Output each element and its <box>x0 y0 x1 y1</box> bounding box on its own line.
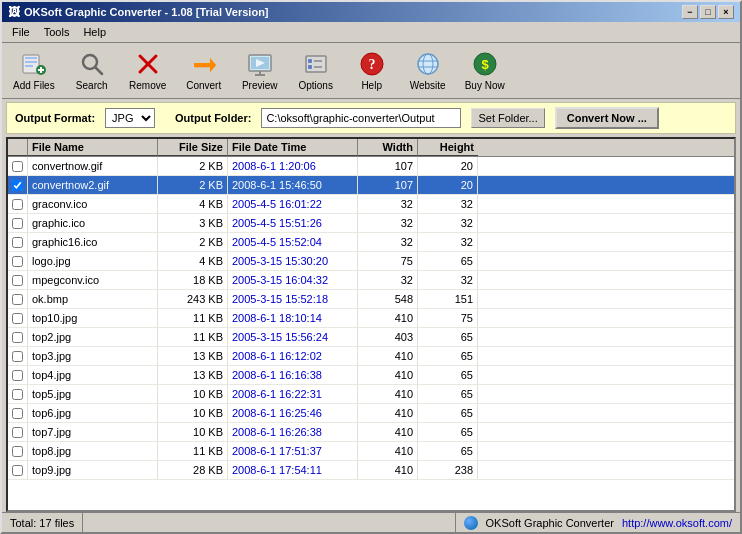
file-width-cell: 32 <box>358 214 418 232</box>
add-files-button[interactable]: Add Files <box>8 47 60 94</box>
file-date-cell: 2005-3-15 15:30:20 <box>228 252 358 270</box>
help-button[interactable]: ? Help <box>348 47 396 94</box>
table-row[interactable]: top2.jpg11 KB2005-3-15 15:56:2440365 <box>8 328 734 347</box>
row-checkbox-cell <box>8 423 28 441</box>
svg-point-25 <box>418 54 438 74</box>
row-checkbox-cell <box>8 176 28 194</box>
options-button[interactable]: Options <box>292 47 340 94</box>
table-row[interactable]: logo.jpg4 KB2005-3-15 15:30:207565 <box>8 252 734 271</box>
row-checkbox[interactable] <box>12 351 23 362</box>
svg-rect-18 <box>306 56 326 72</box>
menu-file[interactable]: File <box>6 24 36 40</box>
table-row[interactable]: graphic16.ico2 KB2005-4-5 15:52:043232 <box>8 233 734 252</box>
status-website: http://www.oksoft.com/ <box>622 517 732 529</box>
file-height-cell: 65 <box>418 423 478 441</box>
preview-button[interactable]: Preview <box>236 47 284 94</box>
minimize-button[interactable]: − <box>682 5 698 19</box>
file-width-cell: 410 <box>358 309 418 327</box>
remove-button[interactable]: Remove <box>124 47 172 94</box>
row-checkbox[interactable] <box>12 370 23 381</box>
file-size-cell: 13 KB <box>158 347 228 365</box>
search-button[interactable]: Search <box>68 47 116 94</box>
convert-now-button[interactable]: Convert Now ... <box>555 107 659 129</box>
main-window: 🖼 OKSoft Graphic Converter - 1.08 [Trial… <box>0 0 742 534</box>
table-row[interactable]: top7.jpg10 KB2008-6-1 16:26:3841065 <box>8 423 734 442</box>
maximize-button[interactable]: □ <box>700 5 716 19</box>
table-row[interactable]: top6.jpg10 KB2008-6-1 16:25:4641065 <box>8 404 734 423</box>
row-checkbox[interactable] <box>12 199 23 210</box>
file-name-cell: top4.jpg <box>28 366 158 384</box>
buy-now-button[interactable]: $ Buy Now <box>460 47 510 94</box>
row-checkbox[interactable] <box>12 180 23 191</box>
file-width-cell: 410 <box>358 404 418 422</box>
table-row[interactable]: convertnow2.gif2 KB2008-6-1 15:46:501072… <box>8 176 734 195</box>
row-checkbox[interactable] <box>12 294 23 305</box>
row-checkbox[interactable] <box>12 446 23 457</box>
file-size-cell: 11 KB <box>158 309 228 327</box>
file-size-cell: 3 KB <box>158 214 228 232</box>
table-row[interactable]: convertnow.gif2 KB2008-6-1 1:20:0610720 <box>8 157 734 176</box>
options-label: Options <box>298 80 332 91</box>
file-height-cell: 32 <box>418 271 478 289</box>
col-header-filesize: File Size <box>158 139 228 156</box>
table-row[interactable]: top3.jpg13 KB2008-6-1 16:12:0241065 <box>8 347 734 366</box>
row-checkbox[interactable] <box>12 389 23 400</box>
table-row[interactable]: top10.jpg11 KB2008-6-1 18:10:1441075 <box>8 309 734 328</box>
output-folder-input[interactable] <box>261 108 461 128</box>
menu-tools[interactable]: Tools <box>38 24 76 40</box>
file-size-cell: 11 KB <box>158 328 228 346</box>
row-checkbox-cell <box>8 290 28 308</box>
row-checkbox[interactable] <box>12 313 23 324</box>
output-format-select[interactable]: JPG BMP GIF PNG ICO TIF <box>105 108 155 128</box>
col-header-datetime: File Date Time <box>228 139 358 156</box>
file-size-cell: 4 KB <box>158 252 228 270</box>
table-row[interactable]: graconv.ico4 KB2005-4-5 16:01:223232 <box>8 195 734 214</box>
row-checkbox[interactable] <box>12 256 23 267</box>
row-checkbox[interactable] <box>12 237 23 248</box>
file-name-cell: top7.jpg <box>28 423 158 441</box>
convert-label: Convert <box>186 80 221 91</box>
file-date-cell: 2008-6-1 16:16:38 <box>228 366 358 384</box>
close-button[interactable]: × <box>718 5 734 19</box>
menu-bar: File Tools Help <box>2 22 740 43</box>
set-folder-button[interactable]: Set Folder... <box>471 108 544 128</box>
row-checkbox[interactable] <box>12 332 23 343</box>
table-row[interactable]: graphic.ico3 KB2005-4-5 15:51:263232 <box>8 214 734 233</box>
table-row[interactable]: mpegconv.ico18 KB2005-3-15 16:04:323232 <box>8 271 734 290</box>
row-checkbox-cell <box>8 271 28 289</box>
row-checkbox[interactable] <box>12 408 23 419</box>
file-width-cell: 548 <box>358 290 418 308</box>
row-checkbox[interactable] <box>12 218 23 229</box>
file-date-cell: 2008-6-1 15:46:50 <box>228 176 358 194</box>
row-checkbox[interactable] <box>12 465 23 476</box>
table-row[interactable]: top4.jpg13 KB2008-6-1 16:16:3841065 <box>8 366 734 385</box>
table-row[interactable]: top9.jpg28 KB2008-6-1 17:54:11410238 <box>8 461 734 480</box>
table-row[interactable]: ok.bmp243 KB2005-3-15 15:52:18548151 <box>8 290 734 309</box>
preview-icon <box>246 50 274 78</box>
row-checkbox-cell <box>8 233 28 251</box>
file-height-cell: 32 <box>418 195 478 213</box>
convert-button[interactable]: Convert <box>180 47 228 94</box>
file-name-cell: graphic16.ico <box>28 233 158 251</box>
file-width-cell: 410 <box>358 461 418 479</box>
svg-rect-1 <box>25 57 37 59</box>
svg-text:$: $ <box>481 57 489 72</box>
file-width-cell: 32 <box>358 233 418 251</box>
table-row[interactable]: top8.jpg11 KB2008-6-1 17:51:3741065 <box>8 442 734 461</box>
status-globe-icon <box>464 516 478 530</box>
menu-help[interactable]: Help <box>77 24 112 40</box>
file-width-cell: 75 <box>358 252 418 270</box>
add-files-icon <box>20 50 48 78</box>
table-row[interactable]: top5.jpg10 KB2008-6-1 16:22:3141065 <box>8 385 734 404</box>
row-checkbox[interactable] <box>12 275 23 286</box>
file-size-cell: 18 KB <box>158 271 228 289</box>
file-height-cell: 65 <box>418 347 478 365</box>
row-checkbox-cell <box>8 252 28 270</box>
website-button[interactable]: Website <box>404 47 452 94</box>
file-date-cell: 2005-3-15 15:56:24 <box>228 328 358 346</box>
file-size-cell: 4 KB <box>158 195 228 213</box>
file-size-cell: 13 KB <box>158 366 228 384</box>
file-name-cell: top8.jpg <box>28 442 158 460</box>
row-checkbox[interactable] <box>12 427 23 438</box>
row-checkbox[interactable] <box>12 161 23 172</box>
